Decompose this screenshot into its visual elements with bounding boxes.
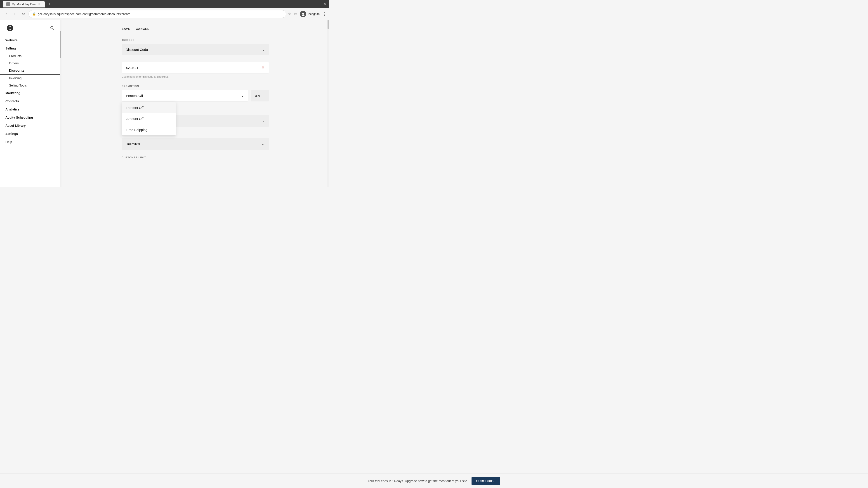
promotion-dropdown-value: Percent Off [126,94,143,98]
applies-to-chevron-icon: ⌄ [262,119,265,123]
code-hint: Customers enter this code at checkout. [122,75,269,78]
sidebar-item-help[interactable]: Help [0,138,61,146]
url-text: gar-chrysalis.squarespace.com/config/com… [38,12,130,16]
menu-icon[interactable]: ⋮ [322,11,327,17]
promotion-label: PROMOTION [122,85,269,88]
lock-icon: 🔒 [32,12,36,15]
tab-close-button[interactable]: ✕ [37,2,41,6]
trigger-label: TRIGGER [122,39,269,41]
code-input[interactable] [126,66,261,70]
svg-point-1 [302,14,305,16]
promotion-option-percent-off[interactable]: Percent Off [122,102,176,113]
sidebar-item-orders[interactable]: Orders [0,60,61,67]
tab-title: My Mood Joy One [12,2,36,6]
promotion-option-amount-off[interactable]: Amount Off [122,113,176,124]
sidebar: Website Selling Products Orders Discount… [0,20,61,150]
svg-point-0 [302,13,304,14]
incognito-button[interactable]: Incognito [300,11,320,17]
sidebar-item-analytics[interactable]: Analytics [0,105,61,113]
promotion-option-free-shipping[interactable]: Free Shipping [122,124,176,135]
promotion-dropdown[interactable]: Percent Off ⌄ [122,90,248,101]
squarespace-logo[interactable] [5,24,14,33]
sidebar-item-selling[interactable]: Selling [0,44,61,53]
sidebar-wrapper: Website Selling Products Orders Discount… [0,20,61,187]
action-bar: SAVE CANCEL [122,24,269,31]
page-content: SAVE CANCEL TRIGGER Discount Code ⌄ ✕ Cu… [116,20,274,183]
sidebar-item-products[interactable]: Products [0,53,61,60]
reload-button[interactable]: ↻ [20,11,27,18]
sidebar-top [0,24,61,36]
code-input-row: ✕ [122,62,269,73]
restore-button[interactable]: ▭ [318,2,321,6]
back-button[interactable]: ‹ [3,11,9,18]
sidebar-nav: Website Selling Products Orders Discount… [0,36,61,150]
sidebar-item-discounts[interactable]: Discounts [0,67,61,74]
minimize-button[interactable]: − [314,2,316,6]
cancel-button[interactable]: CANCEL [135,26,149,31]
percent-value[interactable]: 0% [251,90,269,101]
limit-dropdown[interactable]: Unlimited ⌄ [122,138,269,150]
sidebar-item-selling-tools[interactable]: Selling Tools [0,82,61,89]
address-bar[interactable]: 🔒 gar-chrysalis.squarespace.com/config/c… [29,10,286,18]
content-scroll-track [327,20,329,187]
cast-icon[interactable]: ▭ [294,12,297,16]
limit-dropdown-chevron-icon: ⌄ [261,141,265,147]
browser-tab[interactable]: My Mood Joy One ✕ [3,1,45,7]
promotion-dropdown-menu: Percent Off Amount Off Free Shipping [122,102,176,135]
new-tab-button[interactable]: + [46,1,53,7]
sidebar-item-marketing[interactable]: Marketing [0,89,61,97]
customer-limit-label: CUSTOMER LIMIT [122,156,269,159]
limit-dropdown-value: Unlimited [126,142,140,146]
promotion-dropdown-chevron-icon: ⌄ [241,94,244,98]
bookmark-icon[interactable]: ☆ [288,12,291,16]
main-layout: Website Selling Products Orders Discount… [0,20,329,187]
save-button[interactable]: SAVE [122,26,130,31]
sidebar-scroll-thumb[interactable] [60,31,61,58]
sidebar-item-invoicing[interactable]: Invoicing [0,74,61,82]
tab-favicon [6,2,10,6]
incognito-label: Incognito [308,12,320,15]
trigger-section: TRIGGER Discount Code ⌄ [122,39,269,55]
sidebar-scroll-track [60,20,61,187]
sidebar-item-acuity[interactable]: Acuity Scheduling [0,113,61,122]
sidebar-item-website[interactable]: Website [0,36,61,44]
sidebar-item-settings[interactable]: Settings [0,130,61,138]
customer-limit-section: CUSTOMER LIMIT [122,156,269,159]
promotion-row: Percent Off ⌄ 0% Percent Off Amount Off [122,90,269,101]
trigger-dropdown[interactable]: Discount Code ⌄ [122,43,269,55]
content-area: SAVE CANCEL TRIGGER Discount Code ⌄ ✕ Cu… [61,20,329,187]
incognito-icon [300,11,306,17]
sidebar-item-contacts[interactable]: Contacts [0,97,61,105]
sidebar-item-asset-library[interactable]: Asset Library [0,122,61,130]
svg-point-2 [51,26,53,29]
limit-section: LIMIT TOTAL USES Unlimited ⌄ [122,133,269,150]
close-window-button[interactable]: ✕ [324,2,327,6]
forward-button[interactable]: › [11,11,18,18]
browser-chrome: My Mood Joy One ✕ + − ▭ ✕ [0,0,329,8]
trigger-dropdown-value: Discount Code [126,48,148,52]
code-section: ✕ Customers enter this code at checkout. [122,62,269,78]
code-clear-button[interactable]: ✕ [261,65,265,70]
search-icon[interactable] [49,24,56,32]
address-bar-actions: ☆ ▭ Incognito ⋮ [288,11,327,17]
svg-line-3 [53,29,54,30]
trigger-dropdown-chevron-icon: ⌄ [261,47,265,52]
content-scroll-thumb[interactable] [328,20,329,29]
promotion-section: PROMOTION Percent Off ⌄ 0% Percent Off A… [122,85,269,101]
address-bar-row: ‹ › ↻ 🔒 gar-chrysalis.squarespace.com/co… [0,8,329,20]
